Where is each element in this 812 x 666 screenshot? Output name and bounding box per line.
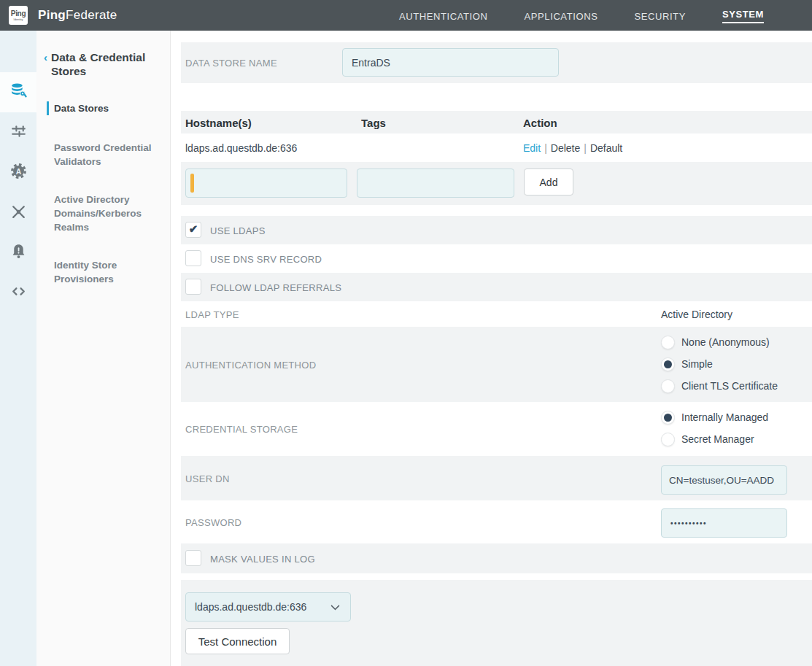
storage-option-internally-managed[interactable]: Internally Managed [661,406,768,428]
nav-authentication[interactable]: AUTHENTICATION [399,9,488,22]
sidenav-heading-label: Data & Credential Stores [51,50,163,78]
app-title-light: Federate [66,8,117,22]
network-rail-item[interactable] [0,193,36,233]
text-cursor [190,174,194,193]
authentication-method-label: AUTHENTICATION METHOD [185,359,316,370]
ping-identity-logo[interactable]: Ping Identity [9,6,28,25]
sidenav-item-password-credential-validators[interactable]: Password Credential Validators [47,141,163,169]
hostname-column-header: Hostname(s) [185,116,252,128]
top-navigation: AUTHENTICATION APPLICATIONS SECURITY SYS… [399,0,764,31]
edit-link[interactable]: Edit [523,142,541,154]
hostnames-table-header: Hostname(s) Tags Action [181,111,812,133]
icon-rail: A [0,31,36,666]
sidenav-heading[interactable]: ‹ Data & Credential Stores [44,50,163,78]
action-column-header: Action [523,116,557,128]
default-link[interactable]: Default [590,142,622,154]
data-store-icon [9,82,28,103]
radio-icon [661,357,675,371]
hostname-table-row: ldaps.ad.questdb.de:636 Edit|Delete|Defa… [181,133,812,162]
auth-option-simple-label: Simple [681,358,713,370]
storage-option-secret-manager-label: Secret Manager [681,433,754,445]
alerts-rail-item[interactable] [0,233,36,273]
new-tags-input[interactable] [357,169,514,198]
code-rail-item[interactable] [0,273,36,313]
sidenav-item-ad-domains-kerberos[interactable]: Active Directory Domains/Kerberos Realms [47,193,163,234]
use-ldaps-checkbox[interactable]: ✔ [185,222,201,238]
data-store-name-label: DATA STORE NAME [185,58,277,69]
auth-option-client-tls-label: Client TLS Certificate [681,380,778,392]
hostname-select-value: ldaps.ad.questdb.de:636 [195,601,306,613]
test-connection-button[interactable]: Test Connection [185,628,290,654]
rail-spacer [0,31,36,72]
add-hostname-row: Add [181,162,812,205]
action-separator: | [580,142,590,154]
logo-subtext: Identity [14,18,23,21]
add-button[interactable]: Add [524,169,573,195]
code-icon [9,282,28,303]
password-input[interactable] [661,508,787,538]
storage-option-internally-managed-label: Internally Managed [681,411,768,423]
mask-values-row: ✔ MASK VALUES IN LOG [181,543,812,573]
use-dns-srv-checkbox[interactable]: ✔ [185,250,201,266]
storage-option-secret-manager[interactable]: Secret Manager [661,428,768,450]
nav-system[interactable]: SYSTEM [722,7,764,23]
user-dn-row: USER DN [181,456,812,500]
user-dn-label: USER DN [185,473,230,484]
follow-ldap-referrals-label: FOLLOW LDAP REFERRALS [210,282,341,293]
sliders-icon [9,122,28,143]
ldap-type-row: LDAP TYPE Active Directory [181,301,812,327]
side-navigation: ‹ Data & Credential Stores Data Stores P… [36,31,171,666]
password-label: PASSWORD [185,516,241,527]
mask-values-label: MASK VALUES IN LOG [210,553,315,564]
sliders-rail-item[interactable] [0,112,36,152]
authentication-method-radio-group: None (Anonymous) Simple Client TLS Certi… [661,331,778,397]
network-icon [9,202,28,223]
gear-rail-item[interactable]: A [0,152,36,193]
gear-a-icon: A [9,162,28,183]
credential-storage-radio-group: Internally Managed Secret Manager [661,406,768,450]
use-ldaps-label: USE LDAPS [210,225,266,236]
svg-text:A: A [15,168,21,176]
password-row: PASSWORD [181,500,812,543]
alert-bell-icon [9,242,28,263]
mask-values-checkbox[interactable]: ✔ [185,550,201,566]
follow-ldap-referrals-checkbox[interactable]: ✔ [185,279,201,295]
action-cell: Edit|Delete|Default [523,142,622,154]
main-content: DATA STORE NAME Hostname(s) Tags Action … [171,31,812,666]
test-connection-section: ldaps.ad.questdb.de:636 Test Connection [181,580,812,666]
top-bar: Ping Identity PingFederate AUTHENTICATIO… [0,0,812,31]
data-store-name-input[interactable] [342,48,559,77]
radio-icon [661,411,675,425]
hostname-select[interactable]: ldaps.ad.questdb.de:636 [185,592,351,622]
user-dn-input[interactable] [661,465,787,495]
check-icon: ✔ [189,222,198,236]
data-store-name-row: DATA STORE NAME [181,42,812,83]
tags-column-header: Tags [361,116,386,128]
action-separator: | [541,142,551,154]
chevron-left-icon: ‹ [44,50,47,78]
hostname-cell: ldaps.ad.questdb.de:636 [185,142,297,154]
auth-option-client-tls[interactable]: Client TLS Certificate [661,375,778,397]
auth-option-none[interactable]: None (Anonymous) [661,331,778,353]
sidenav-item-data-stores[interactable]: Data Stores [47,101,163,115]
data-store-rail-item[interactable] [0,72,36,112]
nav-security[interactable]: SECURITY [634,9,686,22]
logo-text: Ping [11,10,26,18]
delete-link[interactable]: Delete [551,142,580,154]
credential-storage-row: CREDENTIAL STORAGE Internally Managed Se… [181,402,812,456]
follow-ldap-referrals-row: ✔ FOLLOW LDAP REFERRALS [181,273,812,301]
use-dns-srv-label: USE DNS SRV RECORD [210,253,322,264]
credential-storage-label: CREDENTIAL STORAGE [185,424,298,435]
ldap-type-label: LDAP TYPE [185,309,239,320]
auth-option-simple[interactable]: Simple [661,353,778,375]
new-hostname-input[interactable] [185,169,347,198]
nav-applications[interactable]: APPLICATIONS [525,9,598,22]
app-title: PingFederate [38,8,117,23]
ldap-type-value: Active Directory [661,309,732,320]
sidenav-item-identity-store-provisioners[interactable]: Identity Store Provisioners [47,258,163,286]
radio-icon [661,379,675,393]
use-dns-srv-row: ✔ USE DNS SRV RECORD [181,244,812,273]
radio-icon [661,433,675,446]
radio-icon [661,336,675,349]
authentication-method-row: AUTHENTICATION METHOD None (Anonymous) S… [181,327,812,402]
